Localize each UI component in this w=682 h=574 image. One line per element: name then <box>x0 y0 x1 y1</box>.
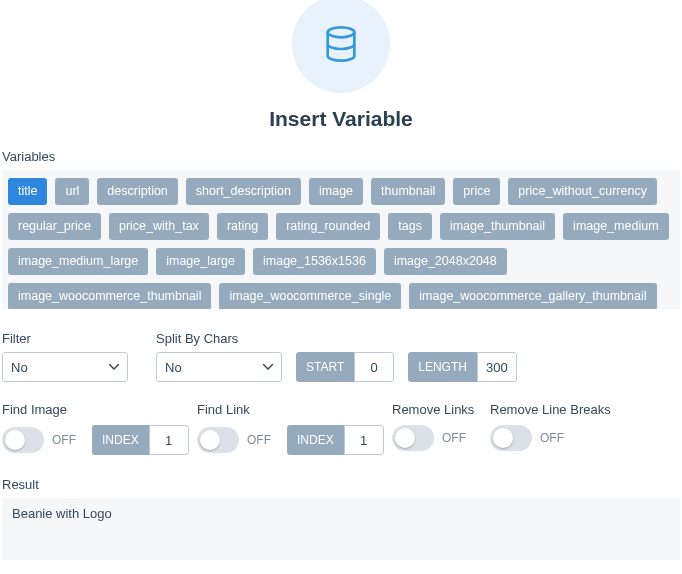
filter-label: Filter <box>2 331 128 346</box>
find-link-state: OFF <box>247 433 271 447</box>
find-link-toggle[interactable] <box>197 427 239 453</box>
variable-tag-regular-price[interactable]: regular_price <box>8 213 101 240</box>
find-link-label: Find Link <box>197 402 392 417</box>
variable-tag-image-2048x2048[interactable]: image_2048x2048 <box>384 248 507 275</box>
variable-tag-image-medium[interactable]: image_medium <box>563 213 668 240</box>
remove-line-breaks-label: Remove Line Breaks <box>490 402 611 417</box>
find-image-toggle[interactable] <box>2 427 44 453</box>
remove-line-breaks-state: OFF <box>540 431 564 445</box>
start-input[interactable] <box>354 352 394 382</box>
variable-tag-tags[interactable]: tags <box>388 213 432 240</box>
database-icon <box>292 0 390 93</box>
find-image-label: Find Image <box>2 402 197 417</box>
variable-tag-image-woocommerce-gallery-thumbnail[interactable]: image_woocommerce_gallery_thumbnail <box>409 283 656 309</box>
variable-tag-price-with-tax[interactable]: price_with_tax <box>109 213 209 240</box>
page-title: Insert Variable <box>2 107 680 131</box>
variable-tag-image-thumbnail[interactable]: image_thumbnail <box>440 213 555 240</box>
filter-select[interactable]: No <box>2 352 128 382</box>
variable-tag-rating[interactable]: rating <box>217 213 268 240</box>
remove-links-state: OFF <box>442 431 466 445</box>
variable-tag-title[interactable]: title <box>8 178 47 205</box>
split-label: Split By Chars <box>156 331 517 346</box>
variable-tag-image-large[interactable]: image_large <box>156 248 245 275</box>
variable-tag-image-woocommerce-single[interactable]: image_woocommerce_single <box>219 283 401 309</box>
variable-tag-url[interactable]: url <box>55 178 89 205</box>
find-image-index-badge: INDEX <box>92 425 149 455</box>
length-input[interactable] <box>477 352 517 382</box>
start-badge: START <box>296 352 354 382</box>
variable-tag-rating-rounded[interactable]: rating_rounded <box>276 213 380 240</box>
split-select[interactable]: No <box>156 352 282 382</box>
variable-tag-image-woocommerce-thumbnail[interactable]: image_woocommerce_thumbnail <box>8 283 211 309</box>
remove-links-label: Remove Links <box>392 402 490 417</box>
variable-tag-thumbnail[interactable]: thumbnail <box>371 178 445 205</box>
find-image-index-input[interactable] <box>149 425 189 455</box>
variables-list[interactable]: titleurldescriptionshort_descriptionimag… <box>2 170 680 309</box>
find-image-state: OFF <box>52 433 76 447</box>
variable-tag-price[interactable]: price <box>453 178 500 205</box>
variable-tag-image-1536x1536[interactable]: image_1536x1536 <box>253 248 376 275</box>
variable-tag-image-medium-large[interactable]: image_medium_large <box>8 248 148 275</box>
variable-tag-image[interactable]: image <box>309 178 363 205</box>
find-link-index-input[interactable] <box>344 425 384 455</box>
length-badge: LENGTH <box>408 352 477 382</box>
variable-tag-price-without-currency[interactable]: price_without_currency <box>508 178 657 205</box>
remove-line-breaks-toggle[interactable] <box>490 425 532 451</box>
find-link-index-badge: INDEX <box>287 425 344 455</box>
variable-tag-description[interactable]: description <box>97 178 177 205</box>
svg-point-0 <box>328 27 355 37</box>
result-label: Result <box>2 477 680 492</box>
variable-tag-short-description[interactable]: short_description <box>186 178 301 205</box>
result-output: Beanie with Logo <box>2 498 680 560</box>
variables-label: Variables <box>2 149 680 164</box>
remove-links-toggle[interactable] <box>392 425 434 451</box>
